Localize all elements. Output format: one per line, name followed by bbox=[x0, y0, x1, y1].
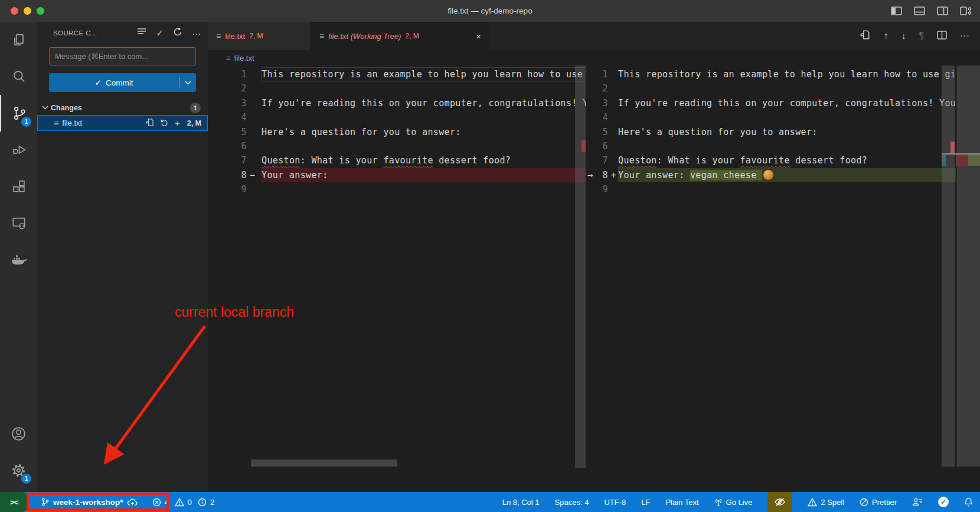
search-icon[interactable] bbox=[0, 58, 37, 95]
code-line[interactable]: 6 bbox=[586, 139, 980, 153]
remote-explorer-icon[interactable] bbox=[0, 205, 37, 241]
code-line[interactable]: 4 bbox=[208, 110, 586, 124]
cursor-scroll-mark bbox=[942, 155, 946, 166]
docker-icon[interactable] bbox=[0, 241, 37, 278]
go-live-item[interactable]: Go Live bbox=[714, 492, 753, 512]
code-line[interactable]: 9 bbox=[586, 182, 980, 196]
code-line[interactable]: 3If you're reading this on your computer… bbox=[208, 96, 586, 110]
more-actions-icon[interactable]: ··· bbox=[960, 31, 969, 41]
settings-badge: 1 bbox=[21, 474, 31, 484]
remote-icon: >< bbox=[10, 498, 18, 507]
feedback-item[interactable] bbox=[912, 492, 923, 512]
next-change-icon[interactable]: ↓ bbox=[901, 31, 906, 41]
check-icon: ✓ bbox=[940, 498, 946, 506]
activity-bar: 1 1 bbox=[0, 22, 37, 492]
code-line[interactable]: 5Here's a question for you to answer: bbox=[208, 125, 586, 139]
warning-icon bbox=[175, 498, 184, 507]
code-line[interactable]: 1This repository is an example to help y… bbox=[208, 67, 586, 81]
vscode-window: file.txt — cyf-demo-repo 1 bbox=[0, 0, 980, 512]
customize-layout-icon[interactable] bbox=[960, 6, 972, 15]
git-branch-icon bbox=[41, 497, 50, 507]
right-vertical-scrollbar[interactable] bbox=[942, 65, 955, 467]
problems-status-item[interactable]: 4 0 2 bbox=[152, 492, 217, 512]
extensions-icon[interactable] bbox=[0, 168, 37, 205]
tab-file-txt[interactable]: ≡ file.txt 2, M bbox=[208, 22, 311, 50]
code-line[interactable]: 3If you're reading this on your computer… bbox=[586, 96, 980, 110]
toggle-panel-icon[interactable] bbox=[914, 6, 925, 15]
scm-badge: 1 bbox=[21, 117, 31, 127]
indentation-item[interactable]: Spaces: 4 bbox=[555, 492, 589, 512]
code-line[interactable]: 9 bbox=[208, 182, 586, 196]
ruler-added-mark bbox=[968, 155, 980, 166]
spell-toggle-item[interactable] bbox=[767, 492, 792, 512]
explorer-icon[interactable] bbox=[0, 22, 37, 58]
remote-indicator[interactable]: >< bbox=[0, 492, 28, 512]
commit-message-input[interactable] bbox=[49, 47, 196, 65]
discard-changes-icon[interactable] bbox=[160, 118, 169, 129]
more-actions-icon[interactable]: ··· bbox=[192, 28, 201, 38]
sidebar-title: SOURCE C... bbox=[53, 29, 137, 37]
slash-circle-icon bbox=[860, 498, 868, 507]
breadcrumb[interactable]: ≡ file.txt bbox=[208, 50, 980, 65]
revert-arrow-icon[interactable]: → bbox=[587, 169, 593, 180]
left-horizontal-scrollbar[interactable] bbox=[251, 460, 397, 467]
bell-icon bbox=[964, 497, 973, 507]
code-line[interactable]: 8−Your answer: bbox=[208, 168, 586, 182]
notifications-item[interactable] bbox=[964, 492, 973, 512]
whitespace-toggle-icon[interactable]: ¶ bbox=[919, 31, 924, 41]
run-debug-icon[interactable] bbox=[0, 132, 37, 168]
changed-file-name: file.txt bbox=[62, 119, 82, 127]
code-line[interactable]: 6 bbox=[208, 139, 586, 153]
commit-button[interactable]: ✓ Commit bbox=[49, 73, 196, 92]
error-count: 4 bbox=[165, 498, 169, 507]
language-mode-item[interactable]: Plain Text bbox=[665, 492, 698, 512]
left-vertical-scrollbar[interactable] bbox=[575, 65, 586, 468]
toggle-secondary-sidebar-icon[interactable] bbox=[937, 6, 948, 15]
code-line[interactable]: 4 bbox=[586, 110, 980, 124]
code-line[interactable]: 5Here's a question for you to answer: bbox=[586, 125, 980, 139]
spell-status-item[interactable]: 2 Spell bbox=[808, 492, 844, 512]
code-line[interactable]: 2 bbox=[208, 81, 586, 96]
encoding-item[interactable]: UTF-8 bbox=[604, 492, 626, 512]
diff-editor: 1This repository is an example to help y… bbox=[208, 65, 980, 492]
view-as-list-icon[interactable] bbox=[137, 28, 146, 38]
tab-file-txt-working-tree[interactable]: ≡ file.txt (Working Tree) 2, M × bbox=[311, 22, 490, 50]
accounts-icon[interactable] bbox=[0, 415, 37, 452]
code-line[interactable]: 7Queston: What is your favourite dessert… bbox=[586, 153, 980, 168]
window-title: file.txt — cyf-demo-repo bbox=[0, 6, 980, 15]
code-line[interactable]: 2 bbox=[586, 81, 980, 96]
title-bar: file.txt — cyf-demo-repo bbox=[0, 0, 980, 22]
mooncake-emoji bbox=[763, 170, 773, 180]
previous-change-icon[interactable]: ↑ bbox=[883, 31, 888, 41]
changed-line-scroll-mark bbox=[950, 142, 955, 155]
code-line[interactable]: 8+Your answer: vegan cheese bbox=[586, 168, 980, 182]
toggle-primary-sidebar-icon[interactable] bbox=[891, 6, 902, 15]
stage-changes-icon[interactable]: + bbox=[175, 118, 180, 128]
code-line[interactable]: 1This repository is an example to help y… bbox=[586, 67, 980, 81]
diff-overview-ruler bbox=[956, 65, 980, 467]
commit-button-label: Commit bbox=[106, 78, 133, 87]
tab-label: file.txt (Working Tree) bbox=[328, 32, 401, 41]
file-list-icon: ≡ bbox=[226, 54, 231, 63]
commit-check-icon[interactable]: ✓ bbox=[156, 28, 164, 38]
eol-item[interactable]: LF bbox=[641, 492, 650, 512]
cursor-position-item[interactable]: Ln 8, Col 1 bbox=[502, 492, 540, 512]
settings-gear-icon[interactable]: 1 bbox=[0, 452, 37, 488]
changes-section-header[interactable]: Changes 1 bbox=[37, 100, 208, 115]
commit-dropdown-button[interactable] bbox=[179, 81, 196, 85]
prettier-status-item[interactable]: Prettier bbox=[860, 492, 897, 512]
tab-problems-badge: 2, M bbox=[405, 32, 419, 40]
code-line[interactable]: 7Queston: What is your favourite dessert… bbox=[208, 153, 586, 168]
source-control-sidebar: SOURCE C... ✓ ··· ✓ Commit Chang bbox=[37, 22, 208, 492]
code-lines: 1This repository is an example to help y… bbox=[586, 65, 980, 197]
branch-status-item[interactable]: week-1-workshop* bbox=[36, 492, 143, 512]
viewport-divider-line bbox=[942, 153, 980, 155]
source-control-icon[interactable]: 1 bbox=[0, 95, 37, 132]
open-changes-icon[interactable] bbox=[860, 29, 870, 42]
sync-status-item[interactable]: ✓ bbox=[938, 492, 949, 512]
split-editor-icon[interactable] bbox=[937, 31, 947, 42]
changed-file-row[interactable]: ≡ file.txt + 2, M bbox=[37, 115, 208, 131]
refresh-icon[interactable] bbox=[173, 27, 182, 39]
open-file-icon[interactable] bbox=[145, 118, 154, 129]
close-tab-icon[interactable]: × bbox=[476, 31, 481, 41]
